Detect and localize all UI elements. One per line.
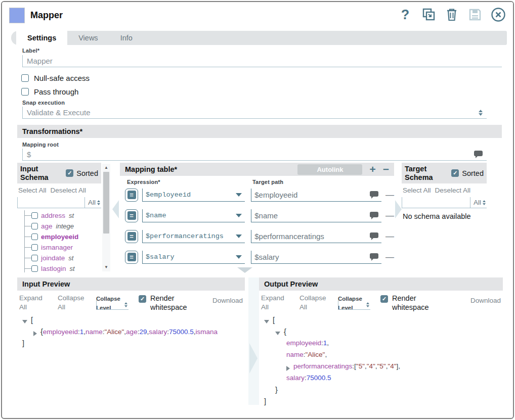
expand-node-icon[interactable] [33,331,37,336]
help-button[interactable]: ? [398,7,413,22]
schema-item-name[interactable]: age [41,222,53,230]
delete-row-icon[interactable]: — [385,252,394,262]
mapping-root-input[interactable]: $ [22,149,487,161]
comment-bubble-icon[interactable] [370,212,378,219]
null-safe-access-checkbox[interactable] [21,74,29,82]
equals-toggle-button[interactable]: = [125,209,138,222]
comment-bubble-icon[interactable] [370,191,378,199]
download-link[interactable]: Download [470,294,501,304]
schema-tree-item: addressst [25,210,101,221]
target-schema-scope-select[interactable]: All [470,197,487,208]
target-schema-filter-input[interactable] [402,197,470,208]
download-link[interactable]: Download [212,294,243,304]
dropdown-caret-icon[interactable] [236,193,242,197]
schema-item-checkbox[interactable] [31,244,38,251]
schema-item-checkbox[interactable] [31,255,38,261]
expand-node-icon[interactable] [286,366,290,371]
input-sorted-checkbox[interactable] [66,169,73,177]
tab-settings[interactable]: Settings [16,31,67,45]
collapse-all-link[interactable]: Collapse All [58,294,87,312]
target-path-input[interactable]: $name [251,209,381,222]
schema-item-name[interactable]: address [41,212,65,219]
dropdown-caret-icon[interactable] [236,255,242,259]
label-input[interactable] [22,55,502,67]
collapse-node-icon[interactable] [264,320,269,323]
input-schema-filter-input[interactable] [17,197,84,208]
level-spinner-icon[interactable] [124,302,127,307]
equals-toggle-button[interactable]: = [125,230,138,243]
delete-row-icon[interactable]: — [385,231,394,242]
delete-row-icon[interactable]: — [385,211,394,221]
schema-item-name[interactable]: lastlogin [41,265,66,272]
pass-through-checkbox[interactable] [21,88,29,96]
collapse-all-link[interactable]: Collapse All [299,294,329,312]
expression-input[interactable]: $name [142,209,245,222]
equals-toggle-button[interactable]: = [125,251,138,264]
target-path-input[interactable]: $performanceratings [251,230,381,243]
schema-tree-item: lastloginst [25,263,101,272]
target-path-input[interactable]: $salary [251,251,381,264]
render-whitespace-checkbox[interactable] [139,295,146,303]
snap-execution-select[interactable]: Validate & Execute [22,107,487,119]
target-sorted-checkbox[interactable] [451,169,459,177]
schema-item-checkbox[interactable] [31,234,38,240]
input-schema-scope-select[interactable]: All [84,197,101,208]
delete-row-icon[interactable]: — [385,190,394,200]
comment-bubble-icon[interactable] [370,232,378,240]
close-button[interactable] [491,7,506,22]
output-preview-json: [{employeeid: 1,name: "Alice",performanc… [259,313,503,409]
equals-toggle-button[interactable]: = [125,189,138,202]
dropdown-caret-icon[interactable] [236,214,242,217]
input-select-all-link[interactable]: Select All [18,186,47,194]
autolink-button[interactable]: Autolink [297,164,362,175]
comment-bubble-icon[interactable] [370,253,378,261]
schema-item-checkbox[interactable] [31,212,38,219]
collapse-node-icon[interactable] [275,332,280,335]
schema-item-type: st [68,254,73,262]
target-path-input[interactable]: $employeeid [251,189,381,202]
collapse-level-input[interactable] [96,300,128,310]
scroll-up-icon[interactable]: ▲ [104,164,108,172]
snap-execution-label: Snap execution [22,100,65,106]
delete-button[interactable] [444,7,459,22]
collapse-node-icon[interactable] [22,320,27,323]
json-token: 1 [323,339,327,347]
collapse-input-schema-chevron[interactable] [112,200,119,218]
schema-item-checkbox[interactable] [31,265,38,272]
add-row-button[interactable]: + [369,164,375,174]
scrollbar-thumb[interactable] [103,172,109,234]
tab-info[interactable]: Info [109,31,144,45]
schema-item-checkbox[interactable] [31,223,38,229]
dropdown-caret-icon[interactable] [236,235,242,238]
expand-all-link[interactable]: Expand All [261,294,290,312]
target-deselect-all-link[interactable]: Deselect All [435,186,471,194]
save-button[interactable] [467,7,483,22]
scroll-down-icon[interactable]: ▼ [104,263,108,271]
schema-item-name[interactable]: joindate [41,254,65,262]
expression-input[interactable]: $salary [142,251,245,264]
collapse-input-preview-chevron[interactable] [249,343,258,374]
expression-input[interactable]: $employeeid [142,189,245,202]
collapse-target-schema-chevron[interactable] [395,200,402,218]
tree-branch-line [25,215,31,216]
schema-item-name[interactable]: ismanager [41,244,73,251]
input-deselect-all-link[interactable]: Deselect All [51,186,87,194]
expression-input[interactable]: $performanceratings [142,230,245,243]
expand-all-link[interactable]: Expand All [19,294,49,312]
target-select-all-link[interactable]: Select All [403,186,431,194]
render-whitespace-checkbox[interactable] [380,295,388,303]
output-preview-panel: Output Preview Expand All Collapse All C… [259,277,503,409]
input-schema-header: Input Schema Sorted [17,163,101,183]
level-spinner-icon[interactable] [366,302,369,307]
export-button[interactable] [421,7,436,22]
input-schema-select-links: Select All Deselect All [17,183,101,196]
input-schema-scrollbar[interactable]: ▲ ▼ [102,164,110,271]
remove-row-button[interactable]: − [383,164,389,174]
comment-bubble-icon[interactable] [474,151,483,158]
schema-item-name[interactable]: employeeid [41,233,78,241]
tab-views[interactable]: Views [67,31,109,45]
json-line: } [262,386,503,397]
collapse-level-input[interactable] [338,300,370,310]
collapse-mapping-section-chevron[interactable] [237,267,252,273]
tree-branch-line [25,268,31,269]
